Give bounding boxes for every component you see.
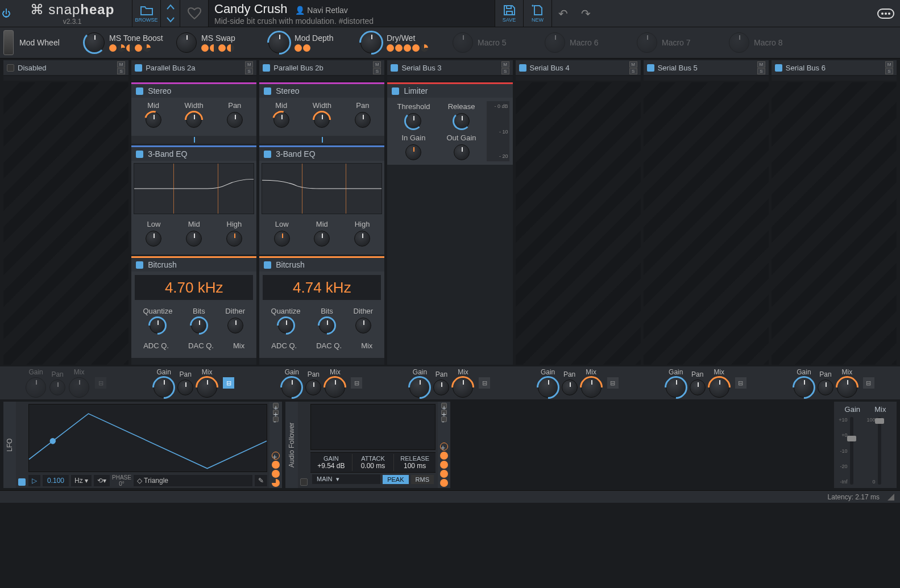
route-button[interactable]: ⊟ [735,377,746,389]
knob[interactable] [146,231,161,247]
mute-button[interactable]: M [373,61,381,68]
resize-handle[interactable] [887,494,894,501]
knob[interactable] [319,318,335,333]
mix-knob[interactable] [453,377,473,398]
knob[interactable] [146,112,161,128]
lane-header[interactable]: Serial Bus 3 MS [387,60,512,75]
undo-button[interactable]: ↶ [558,7,568,20]
route-button[interactable]: ⊟ [863,377,874,389]
preset-prev-button[interactable] [161,0,180,14]
macro-5-knob[interactable] [453,32,473,53]
lane-header[interactable]: Parallel Bus 2b MS [259,60,384,75]
gain-knob[interactable] [281,377,302,398]
slot[interactable]: + [441,403,447,408]
lane-enable-checkbox[interactable] [775,64,782,72]
mix-knob[interactable] [837,377,857,398]
slot[interactable]: ± [273,410,279,415]
route-button[interactable]: ⊟ [351,377,362,389]
fx-enable[interactable] [136,261,143,269]
route-button[interactable]: ⊟ [95,377,106,389]
route-button[interactable]: ⊟ [607,377,619,389]
gain-knob[interactable] [666,377,686,398]
new-button[interactable]: NEW [523,0,551,27]
knob[interactable] [150,318,165,333]
solo-button[interactable]: S [501,68,509,74]
mod-out-slot[interactable] [272,479,280,487]
fx-enable[interactable] [136,87,143,95]
lfo-enable[interactable] [18,478,26,486]
knob[interactable] [405,113,421,129]
mix-knob[interactable] [197,377,217,398]
fx-enable[interactable] [264,87,271,95]
slot[interactable]: - [441,416,447,422]
solo-button[interactable]: S [373,68,381,74]
af-gain[interactable]: +9.54 dB [312,462,351,470]
gain-knob[interactable] [538,377,558,398]
lane-enable-checkbox[interactable] [263,64,270,72]
solo-button[interactable]: S [117,68,125,74]
gain-knob[interactable] [154,377,174,398]
macro-4-knob[interactable] [360,32,382,53]
knob[interactable] [314,112,330,128]
knob[interactable] [454,113,470,129]
mod-out-slot[interactable]: + [272,452,280,460]
mix-knob[interactable] [69,377,89,398]
knob[interactable] [454,144,470,160]
lfo-graph[interactable] [28,404,267,472]
lane-enable-checkbox[interactable] [519,64,526,72]
knob[interactable] [314,231,330,247]
bitcrush-freq[interactable]: 4.70 kHz [135,275,253,300]
lane-body[interactable] [644,82,769,365]
route-button[interactable]: ⊟ [223,377,234,389]
macro-3-mods[interactable] [295,44,333,52]
mod-out-slot[interactable] [272,461,280,469]
knob[interactable] [191,318,207,333]
lane-enable-checkbox[interactable] [391,64,398,72]
mix-knob[interactable] [325,377,345,398]
mute-button[interactable]: M [117,61,125,68]
lfo-edit[interactable]: ✎ [255,475,267,486]
lane-header[interactable]: Serial Bus 4 MS [516,60,641,75]
mod-out-slot[interactable] [440,452,448,460]
mute-button[interactable]: M [245,61,253,68]
knob[interactable] [274,231,290,247]
mod-out-slot[interactable] [272,470,280,478]
lane-enable-checkbox[interactable] [647,64,654,72]
gain-knob[interactable] [794,377,814,398]
lane-header[interactable]: Disabled MS [3,60,128,75]
master-gain-slider[interactable] [850,417,853,485]
lane-header[interactable]: Serial Bus 5 MS [644,60,769,75]
pan-knob[interactable] [177,380,193,395]
knob[interactable] [354,231,370,247]
browse-button[interactable]: BROWSE [132,0,160,27]
lfo-rate[interactable]: 0.100 [43,475,69,486]
lane-body[interactable]: Stereo Mid Width Pan 3-Band EQ Low Mid H… [131,82,256,365]
fx-separator[interactable] [131,136,256,144]
solo-button[interactable]: S [629,68,637,74]
pan-knob[interactable] [690,380,706,395]
af-attack[interactable]: 0.00 ms [354,462,393,470]
af-peak-button[interactable]: PEAK [383,475,408,484]
solo-button[interactable]: S [245,68,253,74]
bitcrush-freq[interactable]: 4.74 kHz [263,275,381,300]
knob[interactable] [186,112,202,128]
af-release[interactable]: 100 ms [395,462,434,470]
af-rms-button[interactable]: RMS [411,475,434,484]
knob[interactable] [278,318,294,333]
solo-button[interactable]: S [885,68,893,74]
mod-wheel-slider[interactable] [3,30,14,55]
fx-enable[interactable] [264,151,271,158]
redo-button[interactable]: ↷ [581,7,591,20]
mute-button[interactable]: M [501,61,509,68]
pan-knob[interactable] [818,380,833,395]
pan-knob[interactable] [433,380,449,395]
mute-button[interactable]: M [885,61,893,68]
pan-knob[interactable] [305,380,321,395]
mod-out-slot[interactable]: + [440,443,448,451]
macro-8-knob[interactable] [729,32,749,53]
lfo-shape[interactable]: ◇ Triangle [134,475,252,486]
af-source[interactable]: MAIN ▾ [312,474,380,484]
lfo-sync[interactable]: ⟲▾ [94,475,110,486]
favorite-button[interactable] [180,0,208,27]
lane-enable-checkbox[interactable] [7,64,14,72]
